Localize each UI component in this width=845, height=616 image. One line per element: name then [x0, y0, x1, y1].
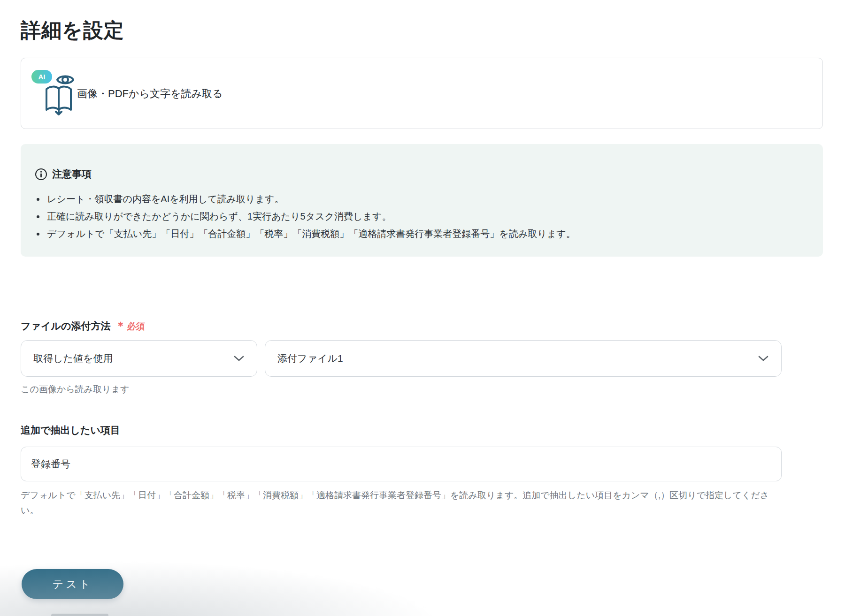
notice-item: レシート・領収書の内容をAIを利用して読み取ります。 [35, 190, 576, 208]
ai-badge-label: AI [38, 73, 46, 81]
attachment-method-select-value: 取得した値を使用 [33, 352, 228, 365]
notice-item: 正確に読み取りができたかどうかに関わらず、1実行あたり5タスク消費します。 [35, 208, 576, 225]
extra-items-label-row: 追加で抽出したい項目 [21, 424, 120, 437]
bottom-fade [0, 555, 845, 616]
notice-list: レシート・領収書の内容をAIを利用して読み取ります。 正確に読み取りができたかど… [35, 190, 576, 243]
test-button[interactable]: テスト [22, 569, 123, 599]
attachment-method-label: ファイルの添付方法 [21, 319, 110, 333]
attachment-method-select[interactable]: 取得した値を使用 [21, 340, 257, 377]
action-card-label: 画像・PDFから文字を読み取る [77, 58, 223, 129]
notice-header: 注意事項 [35, 167, 92, 181]
extra-items-input[interactable] [21, 447, 782, 481]
chevron-down-icon [233, 353, 245, 364]
attachment-file-select[interactable]: 添付ファイル1 [265, 340, 782, 377]
notice-item: デフォルトで「支払い先」「日付」「合計金額」「税率」「消費税額」「適格請求書発行… [35, 225, 576, 243]
extra-items-label: 追加で抽出したい項目 [21, 424, 120, 437]
notice-box: 注意事項 レシート・領収書の内容をAIを利用して読み取ります。 正確に読み取りが… [21, 144, 823, 257]
extra-items-helper-text: デフォルトで「支払い先」「日付」「合計金額」「税率」「消費税額」「適格請求書発行… [21, 488, 777, 518]
chevron-down-icon [758, 353, 769, 364]
required-badge: ＊ 必須 [115, 319, 145, 333]
settings-panel: 詳細を設定 AI 画像・PDFから文字を読み取る [0, 0, 845, 616]
info-icon [35, 168, 47, 181]
attachment-method-label-row: ファイルの添付方法 ＊ 必須 [21, 319, 145, 333]
attachment-helper-text: この画像から読み取ります [21, 383, 130, 395]
notice-title: 注意事項 [52, 167, 92, 181]
required-label: 必須 [127, 320, 145, 333]
cutoff-element [51, 614, 108, 616]
attachment-file-select-value: 添付ファイル1 [277, 352, 752, 365]
page-title: 詳細を設定 [21, 17, 124, 44]
required-asterisk: ＊ [115, 319, 126, 333]
ai-badge: AI [31, 70, 52, 84]
action-card: AI 画像・PDFから文字を読み取る [21, 58, 823, 129]
